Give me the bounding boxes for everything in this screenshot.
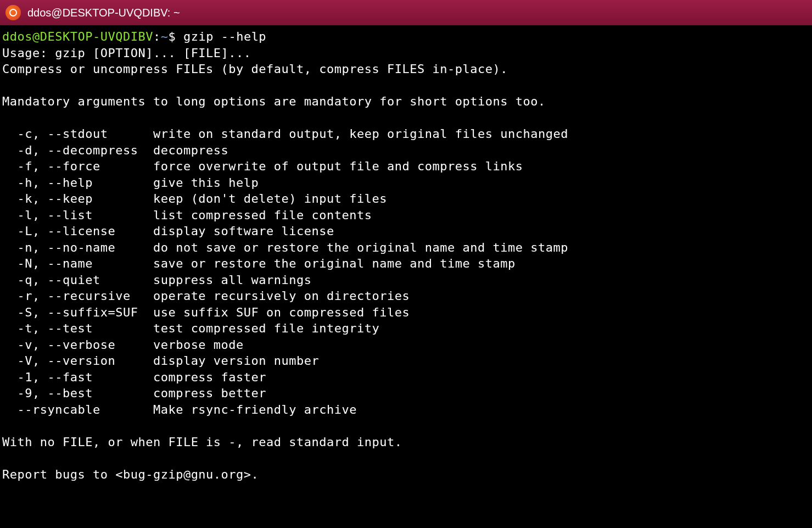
output-option: -n, --no-name do not save or restore the… [2, 241, 568, 254]
output-option: -9, --best compress better [2, 386, 266, 400]
output-nofile: With no FILE, or when FILE is -, read st… [2, 435, 402, 449]
output-option: -t, --test test compressed file integrit… [2, 321, 379, 335]
output-option: -v, --verbose verbose mode [2, 338, 244, 352]
output-option: -N, --name save or restore the original … [2, 257, 516, 270]
output-option: -q, --quiet suppress all warnings [2, 273, 312, 287]
output-option: -d, --decompress decompress [2, 143, 228, 157]
window-titlebar[interactable]: ddos@DESKTOP-UVQDIBV: ~ [0, 0, 812, 25]
output-usage: Usage: gzip [OPTION]... [FILE]... [2, 46, 251, 60]
output-option: -l, --list list compressed file contents [2, 208, 372, 222]
output-mandatory: Mandatory arguments to long options are … [2, 95, 546, 108]
output-desc: Compress or uncompress FILEs (by default… [2, 62, 508, 76]
output-option: -f, --force force overwrite of output fi… [2, 159, 523, 173]
prompt-host: DESKTOP-UVQDIBV [40, 30, 153, 43]
output-option: -k, --keep keep (don't delete) input fil… [2, 192, 387, 205]
output-option: --rsyncable Make rsync-friendly archive [2, 403, 357, 416]
prompt-at: @ [32, 30, 40, 43]
output-option: -r, --recursive operate recursively on d… [2, 289, 410, 303]
ubuntu-icon [5, 5, 21, 20]
output-option: -h, --help give this help [2, 176, 259, 190]
output-report: Report bugs to <bug-gzip@gnu.org>. [2, 468, 259, 481]
output-option: -V, --version display version number [2, 354, 319, 368]
output-option: -1, --fast compress faster [2, 370, 266, 384]
prompt-colon: : [153, 30, 161, 43]
prompt-path: ~ [161, 30, 169, 43]
command-text: gzip --help [183, 30, 266, 43]
prompt-dollar: $ [168, 30, 176, 43]
window-title: ddos@DESKTOP-UVQDIBV: ~ [27, 7, 180, 19]
output-option: -c, --stdout write on standard output, k… [2, 127, 568, 141]
output-option: -S, --suffix=SUF use suffix SUF on compr… [2, 305, 410, 319]
output-option: -L, --license display software license [2, 224, 334, 238]
terminal-area[interactable]: ddos@DESKTOP-UVQDIBV:~$ gzip --help Usag… [0, 25, 812, 486]
prompt-user: ddos [2, 30, 32, 43]
